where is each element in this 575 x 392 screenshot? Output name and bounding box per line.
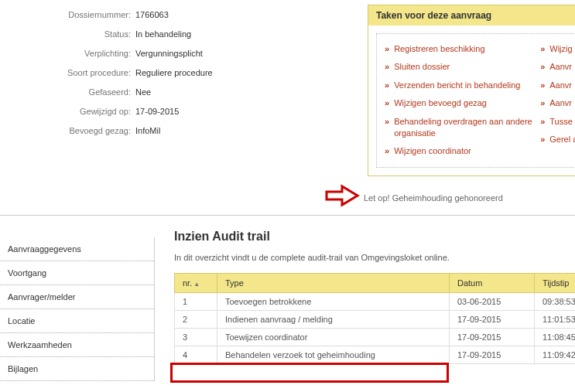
task-label: Sluiten dossier [394, 61, 450, 73]
task-label: Wijzig [549, 43, 572, 55]
field-value: Vergunningsplicht [135, 49, 203, 58]
task-link-wijzigen-gezag[interactable]: »Wijzigen bevoegd gezag [385, 97, 540, 109]
task-link-registreren[interactable]: »Registreren beschikking [385, 43, 540, 55]
chevron-icon: » [540, 134, 545, 145]
main-content: Inzien Audit trail In dit overzicht vind… [174, 230, 575, 364]
task-link-right[interactable]: »Wijzig [540, 43, 575, 55]
col-nr[interactable]: nr.▲ [175, 274, 217, 293]
table-row[interactable]: 2 Indienen aanvraag / melding 17-09-2015… [175, 311, 576, 329]
page-subtitle: In dit overzicht vindt u de complete aud… [174, 253, 575, 262]
table-row[interactable]: 4 Behandelen verzoek tot geheimhouding 1… [175, 346, 576, 364]
field-label: Gewijzigd op: [0, 107, 135, 116]
sidebar: Aanvraaggegevens Voortgang Aanvrager/mel… [0, 237, 155, 381]
tasks-col-left: »Registreren beschikking »Sluiten dossie… [385, 40, 540, 161]
task-label: Behandeling overdragen aan andere organi… [394, 116, 540, 140]
chevron-icon: » [385, 145, 389, 157]
chevron-icon: » [385, 97, 389, 109]
task-link-right[interactable]: »Aanvr [540, 61, 575, 73]
col-label: Datum [457, 278, 482, 288]
field-label: Status: [0, 29, 135, 39]
cell-type: Toevoegen betrokkene [217, 293, 450, 311]
field-label: Bevoegd gezag: [0, 126, 135, 135]
task-link-overdragen[interactable]: »Behandeling overdragen aan andere organ… [385, 116, 540, 140]
arrow-right-icon [323, 184, 361, 207]
field-status: Status: In behandeling [0, 24, 279, 43]
task-label: Wijzigen bevoegd gezag [394, 97, 487, 109]
cell-nr: 1 [175, 293, 217, 311]
task-link-right[interactable]: »Aanvr [540, 97, 575, 109]
sidebar-item-voortgang[interactable]: Voortgang [0, 261, 154, 285]
cell-type: Behandelen verzoek tot geheimhouding [217, 346, 450, 364]
cell-type: Indienen aanvraag / melding [217, 311, 450, 329]
sidebar-item-aanvrager-melder[interactable]: Aanvrager/melder [0, 285, 154, 309]
cell-datum: 17-09-2015 [450, 346, 535, 364]
cell-nr: 2 [175, 311, 217, 329]
col-datum[interactable]: Datum [450, 274, 535, 293]
chevron-icon: » [385, 61, 389, 73]
table-row[interactable]: 1 Toevoegen betrokkene 03-06-2015 09:38:… [175, 293, 576, 311]
field-label: Gefaseerd: [0, 87, 135, 97]
field-gewijzigd-op: Gewijzigd op: 17-09-2015 [0, 101, 279, 121]
task-label: Aanvr [549, 61, 572, 73]
chevron-icon: » [540, 97, 545, 109]
col-tijdstip[interactable]: Tijdstip [535, 274, 576, 293]
page-title: Inzien Audit trail [174, 230, 575, 244]
field-value: InfoMil [135, 126, 160, 135]
table-header-row: nr.▲ Type Datum Tijdstip [175, 274, 576, 293]
col-label: Tijdstip [542, 278, 569, 288]
cell-nr: 4 [175, 346, 217, 364]
chevron-icon: » [385, 80, 389, 91]
task-label: Aanvr [549, 97, 572, 109]
sidebar-item-bijlagen[interactable]: Bijlagen [0, 357, 154, 381]
field-label: Dossiernummer: [0, 10, 135, 19]
task-link-sluiten[interactable]: »Sluiten dossier [385, 61, 540, 73]
field-soort-procedure: Soort procedure: Reguliere procedure [0, 63, 279, 82]
task-label: Verzenden bericht in behandeling [394, 80, 520, 91]
field-label: Soort procedure: [0, 68, 135, 77]
sidebar-item-locatie[interactable]: Locatie [0, 309, 154, 333]
table-row[interactable]: 3 Toewijzen coordinator 17-09-2015 11:08… [175, 329, 576, 346]
cell-datum: 17-09-2015 [450, 311, 535, 329]
chevron-icon: » [385, 116, 389, 128]
cell-datum: 17-09-2015 [450, 329, 535, 346]
task-link-verzenden[interactable]: »Verzenden bericht in behandeling [385, 80, 540, 91]
details-fields: Dossiernummer: 1766063 Status: In behand… [0, 5, 279, 140]
field-verplichting: Verplichting: Vergunningsplicht [0, 43, 279, 63]
secrecy-notice: Let op! Geheimhouding gehonoreerd [364, 193, 503, 203]
cell-tijd: 11:08:45 [535, 329, 576, 346]
sort-asc-icon: ▲ [193, 281, 200, 288]
sidebar-item-aanvraaggegevens[interactable]: Aanvraaggegevens [0, 237, 154, 261]
field-gefaseerd: Gefaseerd: Nee [0, 82, 279, 101]
chevron-icon: » [540, 43, 545, 55]
chevron-icon: » [540, 61, 545, 73]
field-bevoegd-gezag: Bevoegd gezag: InfoMil [0, 121, 279, 140]
col-label: nr. [183, 278, 192, 288]
task-link-right[interactable]: »Tusse archie [540, 116, 575, 128]
field-dossiernummer: Dossiernummer: 1766063 [0, 5, 279, 24]
cell-type: Toewijzen coordinator [217, 329, 450, 346]
field-value: 17-09-2015 [135, 107, 179, 116]
task-label: Aanvr [549, 80, 572, 91]
cell-tijd: 11:01:53 [535, 311, 576, 329]
field-label: Verplichting: [0, 49, 135, 58]
task-label: Tusse archie [549, 116, 575, 128]
cell-tijd: 11:09:42 [535, 346, 576, 364]
field-value: Reguliere procedure [135, 68, 213, 77]
task-link-wijzigen-coordinator[interactable]: »Wijzigen coordinator [385, 145, 540, 157]
highlight-box [170, 363, 449, 383]
tasks-col-right: »Wijzig »Aanvr »Aanvr »Aanvr »Tusse arch… [540, 40, 575, 161]
chevron-icon: » [540, 116, 545, 128]
task-link-right[interactable]: »Aanvr [540, 80, 575, 91]
task-link-right[interactable]: »Gerel aanvr [540, 134, 575, 145]
task-label: Gerel aanvr [549, 134, 575, 145]
field-value: In behandeling [135, 29, 191, 39]
tasks-title: Taken voor deze aanvraag [368, 5, 575, 26]
col-label: Type [225, 278, 244, 288]
col-type[interactable]: Type [217, 274, 450, 293]
cell-datum: 03-06-2015 [450, 293, 535, 311]
field-value: Nee [135, 87, 151, 97]
task-label: Wijzigen coordinator [394, 145, 471, 157]
tasks-panel: Taken voor deze aanvraag »Registreren be… [368, 5, 575, 176]
sidebar-item-werkzaamheden[interactable]: Werkzaamheden [0, 333, 154, 357]
chevron-icon: » [540, 80, 545, 91]
